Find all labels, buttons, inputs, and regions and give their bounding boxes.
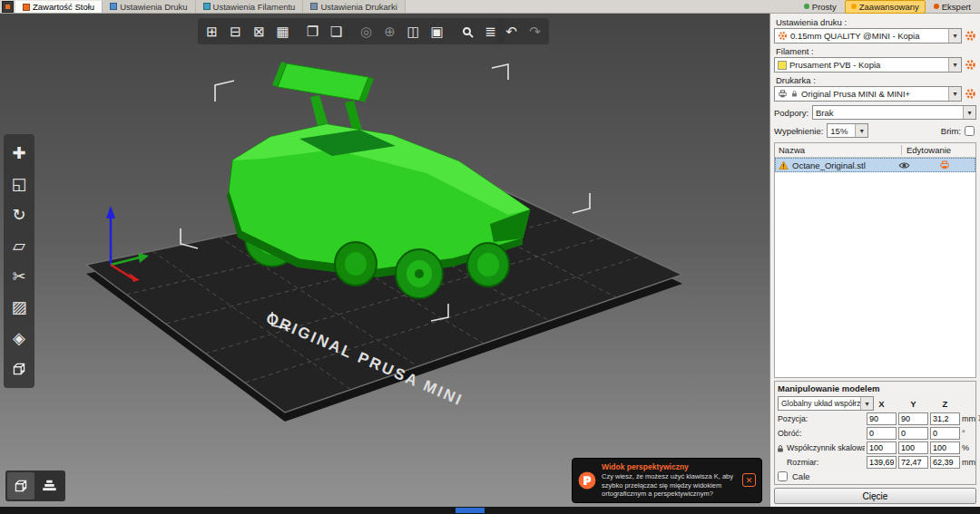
print-settings-combo[interactable]: 0.15mm QUALITY @MINI - Kopia ▾ — [774, 28, 962, 44]
redo-button[interactable]: ↷ — [524, 20, 546, 43]
search-icon — [463, 27, 471, 35]
flatten-button[interactable]: ▱ — [6, 232, 32, 259]
object-list-row[interactable]: Octane_Original.stl — [775, 158, 975, 172]
filament-settings-tab-icon — [203, 3, 211, 10]
rotation-x-input[interactable] — [867, 427, 897, 440]
position-y-input[interactable] — [898, 412, 928, 425]
object-manipulation-panel: Manipulowanie modelem Globalny układ wsp… — [774, 381, 976, 485]
viewport-3d[interactable]: ORIGINAL PRUSA MINI — [0, 14, 769, 507]
infill-combo[interactable]: 15% ▾ — [827, 123, 868, 138]
mode-expert-button[interactable]: Ekspert — [927, 0, 977, 14]
brim-checkbox[interactable] — [965, 126, 975, 136]
statusbar-accent — [456, 508, 485, 513]
filament-row: Prusament PVB - Kopia ▾ — [774, 57, 976, 73]
infill-label: Wypełnienie: — [774, 126, 823, 136]
app-icon[interactable] — [2, 1, 14, 13]
rotation-y-input[interactable] — [898, 427, 928, 440]
mode-advanced-dot-icon — [851, 4, 857, 9]
delete-all-button[interactable]: ⊠ — [248, 20, 270, 43]
notification-title: Widok perspektywiczny — [602, 462, 737, 471]
prusa-logo-icon — [578, 471, 596, 490]
sliced-layers-icon — [41, 477, 59, 495]
move-button[interactable]: ✚ — [6, 140, 32, 167]
close-notification-button[interactable]: ✕ — [742, 473, 756, 487]
eye-icon[interactable] — [898, 160, 910, 171]
filament-value: Prusament PVB - Kopia — [789, 60, 946, 70]
add-instance-button[interactable]: ⊕ — [378, 20, 401, 43]
plater-tab-icon — [23, 4, 30, 11]
inches-checkbox[interactable] — [778, 471, 788, 481]
supports-button[interactable]: ▨ — [6, 294, 32, 321]
tab-label: Ustawienia Druku — [120, 2, 187, 12]
object-list-header: Nazwa Edytowanie — [775, 143, 975, 158]
print-settings-gear-button[interactable] — [965, 30, 976, 42]
supports-combo[interactable]: Brak ▾ — [812, 105, 976, 120]
brim-label: Brim: — [941, 126, 961, 136]
split-objects-button[interactable]: ◫ — [402, 20, 425, 43]
paste-button[interactable]: ❏ — [325, 20, 348, 43]
printer-settings-tab-icon — [310, 3, 318, 10]
mode-label: Zaawansowany — [859, 2, 919, 12]
filament-gear-button[interactable] — [965, 59, 976, 71]
uniform-scale-lock-icon[interactable] — [776, 443, 785, 454]
prusaslicer-window: Zawartość Stołu Ustawienia Druku Ustawie… — [0, 0, 980, 514]
manipulation-header: Globalny układ współrzę ▾ X Y Z — [778, 396, 973, 411]
filament-combo[interactable]: Prusament PVB - Kopia ▾ — [774, 57, 962, 73]
delete-button[interactable]: ⊟ — [224, 20, 247, 43]
size-z-input[interactable] — [930, 456, 960, 469]
add-object-button[interactable]: ⊞ — [201, 20, 223, 43]
filament-label: Filament : — [776, 46, 976, 56]
mode-advanced-button[interactable]: Zaawansowany — [845, 0, 926, 14]
printer-combo[interactable]: Original Prusa MINI & MINI+ ▾ — [774, 86, 962, 102]
3d-editor-icon — [12, 477, 30, 495]
tab-filament-settings[interactable]: Ustawienia Filamentu — [196, 0, 304, 13]
supports-value: Brak — [816, 108, 960, 118]
edit-icon[interactable] — [939, 160, 950, 170]
undo-button[interactable]: ↶ — [500, 20, 523, 43]
scale-z-input[interactable] — [930, 441, 960, 454]
tab-printer-settings[interactable]: Ustawienia Drukarki — [303, 0, 405, 13]
position-z-input[interactable] — [930, 412, 960, 425]
chevron-down-icon: ▾ — [860, 397, 873, 410]
search-button[interactable] — [456, 20, 478, 43]
rotation-unit: ° — [962, 429, 975, 438]
tab-bar: Zawartość Stołu Ustawienia Druku Ustawie… — [0, 0, 980, 14]
model-octane[interactable] — [227, 62, 530, 298]
coord-system-combo[interactable]: Globalny układ współrzę ▾ — [778, 396, 874, 411]
tab-print-settings[interactable]: Ustawienia Druku — [103, 0, 195, 13]
coord-system-value: Globalny układ współrzę — [779, 399, 860, 408]
rotation-z-input[interactable] — [930, 427, 960, 440]
mode-switcher: Prosty Zaawansowany Ekspert — [798, 0, 980, 13]
split-parts-button[interactable]: ▣ — [426, 20, 448, 43]
preview-view-button[interactable] — [36, 472, 64, 499]
rotation-row: Obróć: ° — [778, 427, 973, 440]
position-x-input[interactable] — [867, 412, 897, 425]
fill-bed-button[interactable]: ◎ — [355, 20, 377, 43]
mode-simple-button[interactable]: Prosty — [798, 0, 843, 14]
printer-row: Original Prusa MINI & MINI+ ▾ — [774, 86, 976, 102]
arrange-button[interactable]: ▦ — [271, 20, 294, 43]
drop-to-bed-icon[interactable]: ↧ — [976, 414, 980, 423]
scale-button[interactable]: ◱ — [6, 170, 32, 198]
3d-scene: ORIGINAL PRUSA MINI — [0, 14, 769, 507]
editor-view-button[interactable] — [7, 472, 34, 499]
rotate-button[interactable]: ↻ — [6, 201, 32, 228]
measure-button[interactable] — [6, 355, 32, 383]
printer-gear-button[interactable] — [965, 88, 976, 100]
size-x-input[interactable] — [867, 456, 897, 469]
size-y-input[interactable] — [898, 456, 928, 469]
position-label: Pozycja: — [778, 414, 865, 423]
infill-value: 15% — [830, 126, 852, 136]
tab-plater[interactable]: Zawartość Stołu — [15, 0, 103, 13]
supports-label: Podpory: — [774, 108, 808, 118]
printer-icon — [778, 89, 788, 99]
object-list-empty-area[interactable] — [775, 172, 975, 377]
copy-button[interactable]: ❐ — [301, 20, 324, 43]
print-settings-row: 0.15mm QUALITY @MINI - Kopia ▾ — [774, 28, 976, 44]
scale-y-input[interactable] — [898, 441, 928, 454]
seam-button[interactable]: ◈ — [6, 325, 32, 352]
slice-button[interactable]: Cięcie — [774, 488, 976, 504]
cut-button[interactable]: ✂ — [6, 263, 32, 290]
scale-x-input[interactable] — [867, 441, 897, 454]
gizmo-toolbar: ✚ ◱ ↻ ▱ ✂ ▨ ◈ — [4, 134, 34, 388]
